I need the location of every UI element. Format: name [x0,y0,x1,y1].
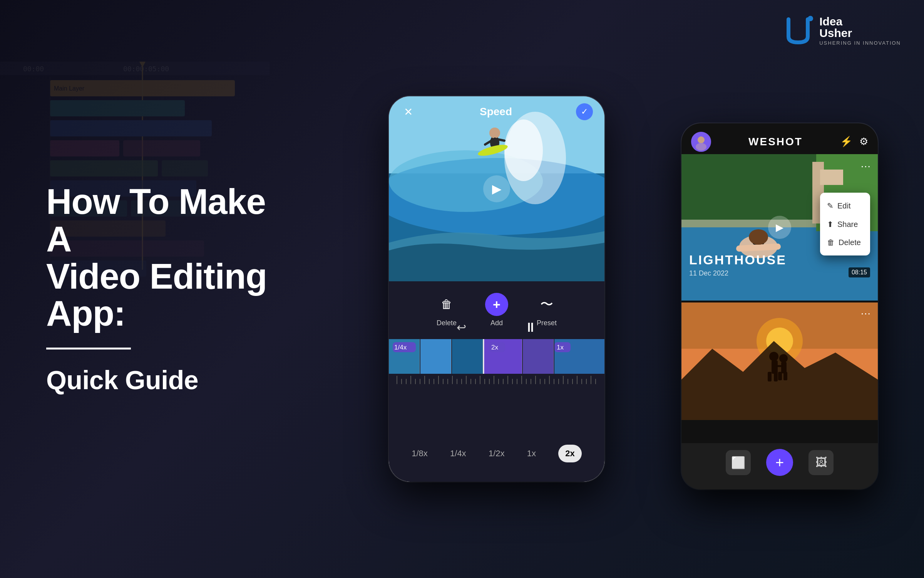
svg-rect-59 [443,379,444,384]
svg-rect-49 [397,376,397,384]
p1-speed-selector: 1/8x 1/4x 1/2x 1x 2x [389,445,604,462]
svg-rect-115 [781,362,787,373]
brand-idea-text: Idea [819,16,901,27]
p2-share-icon: ⬆ [827,220,834,229]
svg-rect-62 [457,379,457,384]
p2-card1-duration: 08:15 [849,267,870,277]
svg-rect-87 [572,379,573,384]
svg-rect-117 [783,372,787,380]
svg-rect-74 [512,379,513,384]
p2-card1-date: 11 Dec 2022 [689,269,787,277]
svg-rect-60 [447,379,448,384]
svg-rect-70 [494,376,494,384]
svg-rect-72 [503,379,504,384]
svg-rect-71 [498,379,499,384]
svg-point-95 [696,143,706,151]
p2-edit-label: Edit [837,202,850,210]
p1-header: ✕ Speed ✓ [389,96,604,127]
svg-rect-69 [489,379,490,384]
svg-rect-53 [415,379,416,384]
svg-rect-83 [554,379,554,384]
svg-rect-52 [410,376,411,384]
p2-menu-edit[interactable]: ✎ Edit [820,197,870,215]
p2-flash-icon[interactable]: ⚡ [840,136,852,148]
svg-rect-89 [581,379,582,384]
p1-screen-title: Speed [480,106,512,118]
p2-card1-play-button[interactable]: ▶ [768,216,791,239]
svg-rect-64 [466,376,467,384]
p1-add-icon: + [485,293,508,316]
phone-2-screen: WESHOT ⚡ ⚙ [681,123,878,489]
p2-square-button[interactable]: ⬜ [726,450,751,475]
svg-rect-55 [424,376,425,384]
svg-rect-84 [558,379,559,384]
svg-rect-67 [480,376,480,384]
p2-header-icons: ⚡ ⚙ [840,136,868,148]
svg-rect-79 [535,376,536,384]
brand-logo-text: Idea Usher USHERING IN INNOVATION [819,16,901,46]
p2-settings-icon[interactable]: ⚙ [859,136,868,148]
p1-play-button[interactable]: ▶ [483,175,510,202]
speed-option-1-2x[interactable]: 1/2x [489,449,505,459]
svg-rect-116 [778,372,782,380]
svg-point-25 [504,119,543,181]
svg-rect-101 [820,170,843,185]
p1-pause-button[interactable]: ⏸ [524,320,537,335]
speed-option-1-8x[interactable]: 1/8x [412,449,428,459]
p2-delete-icon: 🗑 [827,238,835,247]
svg-rect-75 [517,379,517,384]
p1-tick-marks [389,376,604,393]
svg-rect-73 [507,376,508,384]
svg-rect-33 [452,339,483,374]
svg-text:1x: 1x [557,344,564,351]
speed-option-1-4x[interactable]: 1/4x [450,449,466,459]
svg-line-104 [739,247,778,249]
brand-tagline: USHERING IN INNOVATION [819,40,901,46]
p2-card1-dots-button[interactable]: ··· [861,160,871,172]
svg-point-105 [749,229,768,245]
svg-text:2x: 2x [491,344,498,351]
p1-close-button[interactable]: ✕ [400,104,416,119]
p2-card2-dots-button[interactable]: ··· [861,307,871,319]
p2-gallery-button[interactable]: 🖼 [808,450,834,475]
phones-section: ▶ ✕ Speed ✓ 🗑 Delete + Add [358,77,878,501]
speed-option-1x[interactable]: 1x [527,449,536,459]
p2-card-sunset: ··· [681,302,878,420]
p2-add-button[interactable]: + [766,449,793,476]
svg-rect-57 [434,379,434,384]
p2-share-label: Share [837,220,858,229]
p1-filmstrip: 1/4x 2x 1x [389,339,604,374]
p1-undo-button[interactable]: ↩ [457,321,466,334]
svg-rect-81 [544,379,545,384]
svg-point-27 [489,128,500,138]
p2-card1-info: LIGHTHOUSE 11 Dec 2022 [689,252,787,277]
svg-point-114 [779,354,788,363]
main-title: How To Make A Video Editing App: [46,183,296,332]
svg-rect-77 [526,379,527,384]
p2-menu-share[interactable]: ⬆ Share [820,215,870,234]
p1-confirm-button[interactable]: ✓ [576,103,593,120]
svg-rect-85 [563,376,564,384]
speed-option-2x[interactable]: 2x [558,445,581,462]
p1-playback-row: ↩ ⏸ [389,320,604,335]
svg-rect-88 [577,376,578,384]
main-content: How To Make A Video Editing App: Quick G… [0,0,924,578]
svg-rect-54 [420,379,420,384]
p2-card-lighthouse: ▶ LIGHTHOUSE 11 Dec 2022 08:15 ··· ✎ [681,154,878,301]
p2-bottom-bar: ⬜ + 🖼 [681,443,878,489]
p1-preset-icon: 〜 [535,293,558,316]
p1-delete-icon: 🗑 [435,293,458,316]
svg-rect-50 [401,379,402,384]
p2-menu-delete[interactable]: 🗑 Delete [820,234,870,252]
svg-point-94 [698,136,705,143]
svg-rect-113 [774,372,778,381]
p2-user-avatar[interactable] [691,132,711,152]
svg-rect-78 [531,379,531,384]
p2-header: WESHOT ⚡ ⚙ [681,123,878,154]
brand-logo-icon [783,15,814,46]
phone-weshot: WESHOT ⚡ ⚙ [681,123,878,489]
brand-usher-text: Usher [819,27,901,39]
svg-rect-82 [549,376,550,384]
svg-rect-111 [772,360,778,374]
title-divider [46,348,131,349]
